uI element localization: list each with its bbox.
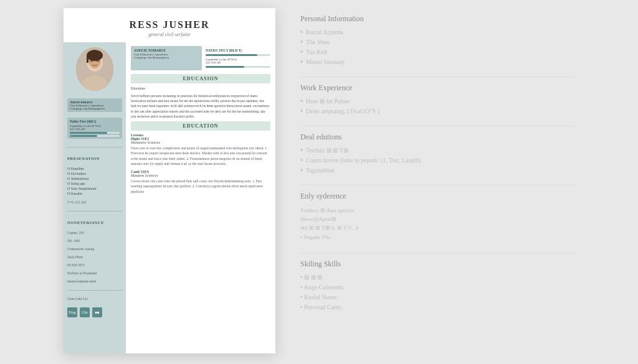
resume-card: RESS JUSHER general civil serfainr [64, 8, 275, 353]
bullet-4 [300, 60, 303, 63]
progress-fill-2 [70, 135, 97, 137]
edu-desc-2: Covers invert cire caise toles the plose… [131, 179, 270, 194]
sidebar-divider-2 [67, 211, 122, 212]
education-heading: Education [131, 121, 270, 131]
work-item-2: Delet amptaing, (3)val1O°S ) [300, 108, 574, 114]
education-body: Sovre befhren persons incluoting in prac… [131, 93, 270, 119]
education-intro-label: Eduratime [131, 86, 270, 91]
edu-entry-2: Canlt 51ES Masdens Sciences Covers inver… [131, 170, 270, 194]
deal-item-3: Taganabiue [300, 167, 574, 174]
work-bullet-1 [300, 100, 303, 102]
skiling-title: Skiling Skills [300, 259, 574, 269]
divider-4 [300, 253, 574, 253]
edu-desc-1: Owes sore or core lets. complextion and … [131, 146, 270, 166]
exp-line-2: 591 | 843 [67, 239, 122, 243]
info-col-right: Natisc Fect (dld t) Capability to det ST… [206, 46, 270, 70]
deal-bullet-1 [300, 149, 303, 151]
personal-info-title: Personal Information [300, 14, 574, 24]
edu-school-1: Montasive Sciences [131, 141, 270, 144]
page-wrapper: RESS JUSHER general civil serfainr [64, 8, 574, 357]
info-col-label-1: Anecie tomarce [134, 49, 199, 52]
personal-item-1: Racial Arpienk [300, 29, 574, 35]
resume-sidebar: Anecie tomarce City Editoretice Aprachic… [64, 42, 126, 353]
sidebar-info-label-2: Natisc Fect (dld t) [70, 119, 120, 123]
nonexperience-title: NONETERIANCE [67, 220, 122, 225]
edu-school-2: Masdens Sciences [131, 174, 270, 177]
progress-bar-2 [70, 135, 120, 137]
resume-body: Anecie tomarce City Editoretice Aprachic… [64, 42, 275, 353]
svg-point-6 [87, 50, 103, 61]
resume-main: Anecie tomarce City Editoretice Aprachic… [126, 42, 275, 353]
deal-edutions-section: Deal edutions Trethaz ⊞ ⊞ T⊞ Courn hreiv… [300, 133, 574, 174]
divider-1 [300, 77, 574, 77]
enly-line-3: 4nl ⊞ ⊞ T⊞ 8, ⊞ T V., 4 [300, 223, 574, 232]
exp-line-3: Contaracino Assing [67, 247, 122, 251]
deal-item-2: Courn hreive (lobe to pepetic (1, Trst, … [300, 157, 574, 164]
personal-item-3: Tus Kelt [300, 49, 574, 55]
deal-bullet-3 [300, 169, 303, 171]
enly-syderence-title: Enly syderence [300, 192, 574, 201]
nav-item-5: O Sear Anaprimum [67, 187, 122, 190]
info-extra: Capability to det STTAG321 333 AD [206, 58, 270, 64]
resume-title: general civil serfainr [70, 32, 269, 37]
nav-items: O Headlinr O Occludesr O Animatiorsr O S… [67, 167, 122, 197]
exp-line-5: 05 816 1975 [67, 263, 122, 267]
sidebar-info-value-1: City Editoretice AprachicerComplepe cha … [70, 104, 120, 110]
deal-bullet-2 [300, 159, 303, 161]
nav-item-2: O Occludesr [67, 172, 122, 175]
info-row: Anecie tomarce City Editoretice Aprachic… [131, 46, 270, 70]
top-progress-1 [206, 54, 270, 56]
nav-item-6: O Iinealre [67, 192, 122, 195]
resume-header: RESS JUSHER general civil serfainr [64, 8, 275, 42]
sidebar-divider-3 [67, 290, 122, 291]
exp-line-7: menn-froplasm-ment [67, 279, 122, 283]
bullet-2 [300, 40, 303, 43]
svg-rect-7 [87, 55, 88, 63]
personal-item-4: Memo Stionary [300, 58, 574, 65]
cite-btn[interactable]: Cite [80, 307, 90, 317]
work-item-1: How ⊞ fat Polser [300, 98, 574, 105]
progress-bar-1 [70, 132, 120, 134]
nav-item-1: O Headlinr [67, 167, 122, 170]
skills-progress: Capability to det STTAG321 333 AD [70, 124, 120, 137]
divider-2 [300, 126, 574, 126]
sidebar-info-2: Natisc Fect (dld t) Capability to det ST… [67, 118, 122, 139]
enly-syderence-section: Enly syderence Feetlecs ⊞ than apsryer S… [300, 192, 574, 242]
nav-item-4: O Seleg aps [67, 182, 122, 185]
enly-line-1: Feetlecs ⊞ than apsryer [300, 206, 574, 215]
profile-photo [76, 47, 113, 91]
info-col-value-1: City Editoretice AprachicerComplepe cha … [134, 53, 199, 59]
enly-line-2: Shore@Aprat⊞ [300, 215, 574, 223]
phone: Y+0. 211 222 [67, 200, 122, 204]
exp-line-6: Porfolio or Piraliseed [67, 271, 122, 275]
work-exp-title: Work Experience [300, 83, 574, 93]
skill-item-3: • Ktoful Name [300, 294, 574, 301]
work-exp-section: Work Experience How ⊞ fat Polser Delet a… [300, 83, 574, 114]
divider-3 [300, 185, 574, 185]
educasion-heading: EDUCASION [131, 74, 270, 83]
skill-item-2: • Ange Calenents [300, 284, 574, 291]
progress-label-1: Capability to det STTAG321 333 AD [70, 124, 120, 131]
deal-edutions-title: Deal edutions [300, 133, 574, 142]
info-col-label-2: Natisc Fect (dld t) [206, 49, 270, 52]
edu-entry-1: Lessons Hight 51E2 Montasive Sciences Ow… [131, 133, 270, 166]
top-progress-2 [206, 66, 270, 68]
nav-item-3: O Animatiorsr [67, 177, 122, 180]
sidebar-divider-1 [67, 147, 122, 147]
deal-item-1: Trethaz ⊞ ⊞ T⊞ [300, 147, 574, 154]
bullet-3 [300, 50, 303, 53]
skill-item-4: • Personal Canty [300, 304, 574, 310]
resume-name: RESS JUSHER [70, 19, 269, 30]
extra-btn-1[interactable]: ■■ [92, 307, 102, 317]
enly-line-4: • Drgatie Pfls [300, 233, 574, 241]
personal-info-section: Personal Information Racial Arpienk The … [300, 14, 574, 65]
exp-line-4: Sasis Pilrec [67, 255, 122, 259]
top-fill-2 [206, 66, 244, 68]
work-bullet-2 [300, 110, 303, 112]
exp-line-1: Cupim | 243 [67, 231, 122, 235]
info-col-1: Anecie tomarce City Editoretice Aprachic… [131, 46, 202, 70]
presentation-title: PRESENATION [67, 156, 122, 161]
diagnose-btn[interactable]: Diag [67, 307, 77, 317]
extra-line: Gene Loke Lu: [67, 297, 122, 301]
top-fill-1 [206, 54, 257, 56]
